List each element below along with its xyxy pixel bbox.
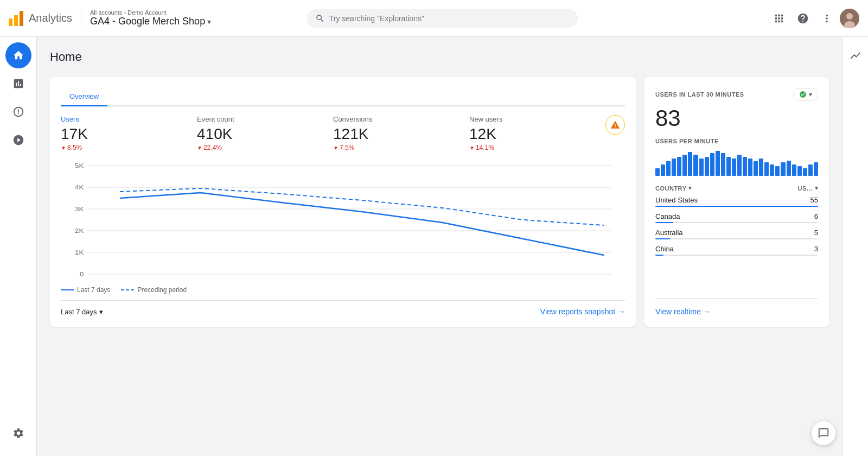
country-column-header[interactable]: COUNTRY ▾ <box>655 185 692 192</box>
view-reports-link[interactable]: View reports snapshot → <box>540 307 625 316</box>
search-box[interactable] <box>307 9 578 28</box>
sidebar-item-home[interactable] <box>5 42 31 68</box>
sidebar-item-explore[interactable] <box>5 99 31 125</box>
sidebar <box>0 37 37 456</box>
mini-bar <box>716 151 720 176</box>
mini-bar <box>661 164 665 176</box>
tab-overview[interactable]: Overview <box>61 88 107 106</box>
metric-label-conversions[interactable]: Conversions <box>333 115 461 123</box>
mini-bar <box>754 161 758 176</box>
realtime-number: 83 <box>655 105 818 131</box>
chart-legend: Last 7 days Preceding period <box>61 286 625 294</box>
realtime-badge[interactable]: ▾ <box>793 88 818 101</box>
mini-bar <box>682 155 687 176</box>
svg-text:02: 02 <box>196 278 205 280</box>
metric-value-users: 17K <box>61 125 188 143</box>
chevron-down-icon: ▾ <box>815 185 819 192</box>
mini-bar <box>672 159 676 176</box>
mini-bar <box>693 155 698 176</box>
sparkline-icon[interactable] <box>846 46 865 65</box>
chat-button[interactable] <box>812 421 835 445</box>
period-selector[interactable]: Last 7 days ▾ <box>61 308 103 316</box>
mini-bar <box>655 168 660 176</box>
sidebar-item-settings[interactable] <box>5 420 31 446</box>
svg-text:06: 06 <box>519 278 527 280</box>
svg-text:05: 05 <box>438 278 446 280</box>
topbar-actions <box>768 8 859 29</box>
check-circle-icon <box>799 91 807 98</box>
mini-bar <box>743 157 747 176</box>
svg-text:5K: 5K <box>75 162 84 169</box>
country-name: United States <box>655 196 698 204</box>
country-row: United States 55 <box>655 196 818 207</box>
warning-icon[interactable] <box>605 115 625 135</box>
country-row: Australia 5 <box>655 229 818 239</box>
sidebar-item-advertising[interactable] <box>5 127 31 153</box>
legend-preceding: Preceding period <box>121 286 187 294</box>
metric-value-event-count: 410K <box>197 125 324 143</box>
avatar[interactable] <box>840 9 859 28</box>
help-button[interactable] <box>792 8 814 29</box>
mini-bar <box>787 161 791 176</box>
metric-change-users: ▼ 8.5% <box>61 144 188 151</box>
metric-new-users: New users 12K ▼ 14.1% <box>469 115 605 151</box>
svg-text:01: 01 <box>116 278 124 280</box>
view-realtime-link[interactable]: View realtime → <box>655 307 818 316</box>
country-row: China 3 <box>655 245 818 256</box>
metric-label-event-count[interactable]: Event count <box>197 115 324 123</box>
metric-users: Users 17K ▼ 8.5% <box>61 115 197 151</box>
mini-bar <box>710 153 714 176</box>
logo-icon <box>9 11 23 26</box>
metrics-row: Users 17K ▼ 8.5% Event count 410K ▼ 22.4… <box>61 115 625 151</box>
down-arrow-icon: ▼ <box>333 145 339 151</box>
mini-bar <box>748 159 752 176</box>
country-bar-background <box>655 222 818 223</box>
country-bar-fill <box>655 238 670 239</box>
mini-bar <box>666 161 671 176</box>
chart-svg: 5K 4K 3K 2K 1K 0 01 May 02 03 04 05 06 <box>61 160 625 280</box>
mini-bars <box>655 149 818 176</box>
account-selector[interactable]: All accounts › Demo Account GA4 - Google… <box>81 9 211 27</box>
search-icon <box>315 14 325 23</box>
more-button[interactable] <box>816 8 838 29</box>
mini-bar <box>677 157 681 176</box>
svg-text:1K: 1K <box>75 249 84 256</box>
us-column-header[interactable]: US... ▾ <box>798 185 818 192</box>
country-bar-background <box>655 238 818 239</box>
cards-row: Overview Users 17K ▼ 8.5% Event count <box>50 77 829 327</box>
country-table-header: COUNTRY ▾ US... ▾ <box>655 185 818 192</box>
metric-value-conversions: 121K <box>333 125 461 143</box>
country-bar-background <box>655 206 818 207</box>
card-tabs: Overview <box>61 88 625 106</box>
mini-bar <box>688 152 692 176</box>
metric-label-new-users[interactable]: New users <box>469 115 597 123</box>
property-selector[interactable]: GA4 - Google Merch Shop ▾ <box>90 16 211 27</box>
logo-area: Analytics <box>9 11 81 26</box>
country-value: 55 <box>810 196 818 204</box>
apps-button[interactable] <box>768 8 790 29</box>
mini-bar <box>770 164 774 176</box>
mini-bar <box>759 159 763 176</box>
chevron-down-icon: ▾ <box>207 17 211 26</box>
down-arrow-icon: ▼ <box>61 145 66 151</box>
mini-bar <box>699 159 704 176</box>
svg-text:07: 07 <box>600 278 608 280</box>
svg-text:03: 03 <box>277 278 285 280</box>
svg-point-1 <box>846 13 853 20</box>
main-content: Home Overview Users 17K ▼ 8.5% <box>37 37 842 456</box>
country-bar-fill <box>655 206 818 207</box>
country-row: Canada 6 <box>655 212 818 223</box>
realtime-title: USERS IN LAST 30 MINUTES <box>655 91 744 98</box>
sidebar-item-reports[interactable] <box>5 71 31 97</box>
users-per-min-label: USERS PER MINUTE <box>655 138 818 144</box>
page-title: Home <box>50 50 829 64</box>
app-name: Analytics <box>29 12 72 24</box>
country-name: Canada <box>655 212 680 220</box>
mini-bar <box>792 164 796 176</box>
mini-bar <box>781 162 785 176</box>
metric-value-new-users: 12K <box>469 125 597 143</box>
country-bar-fill <box>655 222 673 223</box>
svg-text:4K: 4K <box>75 184 84 191</box>
metric-label-users[interactable]: Users <box>61 115 188 123</box>
search-input[interactable] <box>329 14 569 23</box>
